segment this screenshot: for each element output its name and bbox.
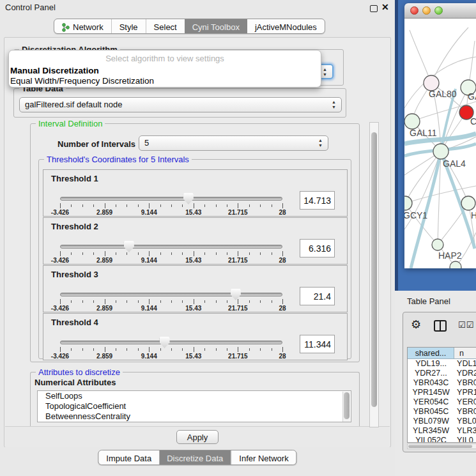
tab-infer-network[interactable]: Infer Network: [231, 450, 296, 464]
list-scrollbar-thumb[interactable]: [344, 392, 349, 419]
slider-ticks: [60, 347, 282, 353]
table-row[interactable]: YIL052CYIL0: [408, 436, 476, 443]
table-row[interactable]: YBR043CYBR0: [408, 378, 476, 388]
table-cell[interactable]: YBR045C: [408, 407, 454, 417]
node-hap2[interactable]: [432, 239, 443, 250]
node-gcy1[interactable]: [404, 196, 412, 210]
menu-item-equal-width-frequency[interactable]: Equal Width/Frequency Discretization: [9, 76, 321, 86]
attributes-group: Attributes to discretize Numerical Attri…: [30, 372, 360, 429]
bottom-tab-bar: Impute Data Discretize Data Infer Networ…: [98, 450, 296, 465]
attributes-group-title: Attributes to discretize: [36, 367, 123, 377]
node[interactable]: [450, 261, 461, 268]
slider-track[interactable]: [60, 341, 282, 344]
column-header-name[interactable]: n: [454, 348, 476, 358]
table-hscrollbar-thumb[interactable]: [408, 445, 472, 448]
threshold-slider: Threshold 4 -3.4262.8599.14415.4321.7152…: [43, 313, 348, 360]
split-panel-icon[interactable]: [434, 320, 447, 332]
node-label: GAL11: [410, 128, 437, 138]
threshold-value-field[interactable]: 11.344: [300, 335, 335, 353]
slider-track[interactable]: [60, 293, 282, 296]
tab-network[interactable]: Network: [54, 19, 111, 33]
slider-track[interactable]: [60, 197, 282, 201]
node-gal11[interactable]: [404, 114, 420, 129]
table-cell[interactable]: YLR345W: [408, 426, 454, 436]
minimize-traffic-light[interactable]: [422, 6, 431, 15]
panel-scrollbar-thumb[interactable]: [371, 132, 377, 407]
panel-scrollbar[interactable]: [369, 122, 379, 427]
list-scrollbar[interactable]: [342, 392, 350, 422]
table-row[interactable]: YBL079WYBL0: [408, 417, 476, 426]
checkbox-icons[interactable]: ☑☑: [458, 320, 474, 330]
table-row[interactable]: YBR045CYBR0: [408, 407, 476, 417]
tab-style[interactable]: Style: [111, 19, 146, 33]
right-panel: GAL80 GA C GAL11 GAL4 GCY1 H HAP2 Table …: [395, 0, 476, 476]
number-of-intervals-value: 5: [144, 138, 149, 148]
tab-impute-data[interactable]: Impute Data: [98, 450, 159, 464]
algorithm-prompt: Select algorithm to view settings: [9, 50, 321, 66]
threshold-slider: Threshold 2 -3.4262.8599.14415.4321.7152…: [43, 217, 348, 265]
table-cell[interactable]: YDR2: [454, 369, 476, 378]
network-canvas[interactable]: GAL80 GA C GAL11 GAL4 GCY1 H HAP2: [404, 19, 476, 268]
close-icon[interactable]: ✕: [381, 2, 389, 12]
network-icon: [62, 23, 70, 32]
close-traffic-light[interactable]: [410, 6, 418, 15]
thresholds-group: Threshold's Coordinates for 5 Intervals …: [38, 159, 351, 359]
apply-button[interactable]: Apply: [176, 430, 219, 444]
table-row[interactable]: YER054CYER0: [408, 397, 476, 407]
threshold-value-field[interactable]: 6.316: [300, 239, 335, 257]
node-label: GAL80: [429, 89, 457, 99]
tab-jactivemnodules[interactable]: jActiveMNodules: [247, 19, 325, 33]
tab-network-label: Network: [73, 22, 104, 32]
table-data-combo[interactable]: galFiltered.sif default node ▲▼: [19, 97, 342, 112]
table-cell[interactable]: YPR145W: [408, 388, 454, 397]
tab-discretize-data[interactable]: Discretize Data: [159, 450, 231, 464]
gear-icon[interactable]: ⚙: [411, 318, 421, 332]
interval-definition-group: Interval Definition Number of Intervals …: [30, 123, 360, 362]
tab-cyni-toolbox[interactable]: Cyni Toolbox: [185, 19, 247, 33]
table-body: YDL19...YDL1YDR27...YDR2YBR043CYBR0YPR14…: [408, 359, 476, 443]
number-of-intervals-combo[interactable]: 5 ▲▼: [139, 135, 328, 151]
table-cell[interactable]: YBR043C: [408, 378, 454, 388]
network-window-titlebar[interactable]: [404, 3, 476, 19]
slider-track[interactable]: [60, 245, 282, 249]
table-cell[interactable]: YBR0: [454, 378, 476, 388]
float-window-icon[interactable]: [370, 5, 378, 12]
table-cell[interactable]: YIL052C: [408, 436, 454, 443]
slider-scale: -3.4262.8599.14415.4321.71528: [60, 209, 282, 216]
table-row[interactable]: YDL19...YDL1: [408, 359, 476, 369]
table-row[interactable]: YPR145WYPR1: [408, 388, 476, 397]
slider-ticks: [60, 251, 282, 257]
panel-title: Control Panel: [5, 3, 56, 12]
table-row[interactable]: YDR27...YDR2: [408, 369, 476, 378]
node-h[interactable]: [461, 196, 475, 210]
table-cell[interactable]: YDR27...: [408, 369, 454, 378]
node-gal4[interactable]: [433, 144, 449, 159]
menu-item-manual-discretization[interactable]: Manual Discretization: [9, 66, 321, 76]
table-cell[interactable]: YPR1: [454, 388, 476, 397]
table-cell[interactable]: YIL0: [454, 436, 476, 443]
table-cell[interactable]: YBL0: [454, 417, 476, 426]
table-cell[interactable]: YER054C: [408, 397, 454, 407]
table-row[interactable]: YLR345WYLR3: [408, 426, 476, 436]
table-cell[interactable]: YDL19...: [408, 359, 454, 369]
table-cell[interactable]: YDL1: [454, 359, 476, 369]
table-cell[interactable]: YLR3: [454, 426, 476, 436]
table-cell[interactable]: YBL079W: [408, 417, 454, 426]
table-subpanel: ⚙ ☑☑ shared... n YDL19...YDL1YDR27...YDR…: [403, 312, 476, 452]
node-label: GA: [468, 91, 476, 102]
table-hscrollbar[interactable]: [407, 443, 476, 449]
tab-select[interactable]: Select: [146, 19, 185, 33]
list-item[interactable]: SelfLoops: [38, 391, 351, 401]
node-label: HAP2: [438, 250, 462, 261]
node-label: GCY1: [404, 210, 427, 220]
table-cell[interactable]: YBR0: [454, 407, 476, 417]
list-item[interactable]: TopologicalCoefficient: [38, 401, 351, 411]
column-header-shared[interactable]: shared...: [408, 348, 454, 358]
zoom-traffic-light[interactable]: [434, 6, 443, 15]
table-cell[interactable]: YER0: [454, 397, 476, 407]
slider-scale: -3.4262.8599.14415.4321.71528: [60, 353, 282, 360]
threshold-value-field[interactable]: 21.4: [300, 287, 335, 305]
list-item[interactable]: BetweennessCentrality: [38, 411, 351, 422]
combo-stepper-icon: ▲▼: [331, 100, 337, 111]
threshold-value-field[interactable]: 14.713: [300, 191, 335, 210]
